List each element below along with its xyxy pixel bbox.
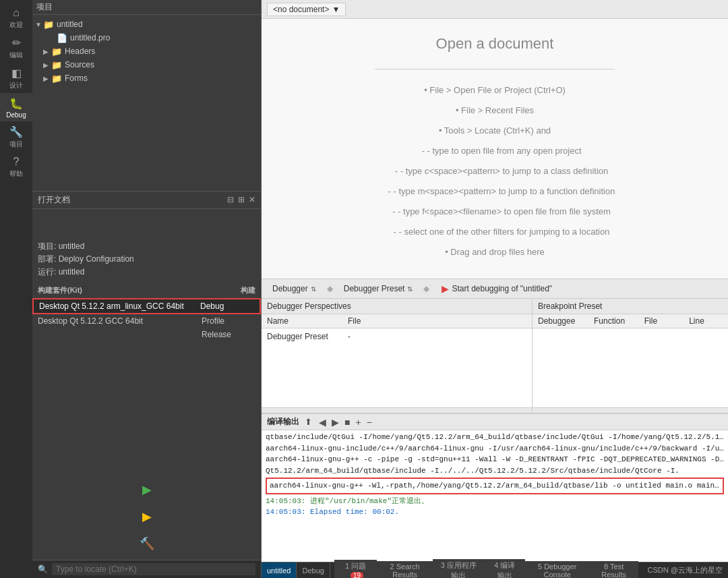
- kit-row-arm[interactable]: Desktop Qt 5.12.2 arm_linux_GCC 64bit De…: [32, 298, 261, 314]
- sidebar-item-debug[interactable]: 🐛 Debug: [0, 93, 32, 121]
- open-docs-label: 打开文档: [38, 194, 70, 206]
- tab-search-label: 2 Search Results: [390, 562, 420, 579]
- hint-3d: - type f<space><filename> to open file f…: [375, 202, 615, 222]
- sidebar-label-help: 帮助: [9, 169, 23, 179]
- tree-content: ▼ 📁 untitled ▷ 📄 untitled.pro ▶ 📁 Header…: [32, 15, 261, 191]
- tree-label-untitled-pro: untitled.pro: [70, 33, 110, 42]
- search-input[interactable]: [52, 563, 255, 575]
- toolbar-separator-2: ◆: [423, 284, 429, 293]
- breakpoint-preset-header: Breakpoint Preset: [533, 299, 728, 314]
- run-info-line: 运行: untitled: [38, 266, 255, 279]
- tab-app-output[interactable]: 3 应用程序输出: [433, 559, 485, 579]
- tree-item-headers[interactable]: ▶ 📁 Headers: [32, 45, 261, 58]
- folder-icon: 📁: [43, 19, 54, 30]
- sidebar-item-design[interactable]: ◧ 设计: [0, 63, 32, 93]
- left-tab-untitled-label: untitled: [267, 567, 291, 575]
- kit-rows: Desktop Qt 5.12.2 arm_linux_GCC 64bit De…: [32, 298, 261, 473]
- kit-row-gcc[interactable]: Desktop Qt 5.12.2 GCC 64bit Profile: [32, 314, 261, 328]
- tree-item-sources[interactable]: ▶ 📁 Sources: [32, 58, 261, 71]
- debugger-label: Debugger: [272, 284, 308, 293]
- tree-item-forms[interactable]: ▶ 📁 Forms: [32, 71, 261, 85]
- sidebar-item-welcome[interactable]: ⌂ 欢迎: [0, 3, 32, 32]
- right-panel-scrollbar[interactable]: [533, 407, 728, 413]
- search-bar: 🔍: [32, 560, 261, 578]
- compile-minus-btn[interactable]: −: [365, 417, 373, 428]
- sidebar-label-edit: 编辑: [9, 51, 23, 60]
- tab-issues-label: 1 问题: [345, 562, 366, 570]
- col-header-name: Name: [267, 316, 348, 326]
- debugger-sort-icon: ⇅: [311, 285, 316, 293]
- tab-debugger-console[interactable]: 5 Debugger Console: [525, 561, 590, 579]
- tree-item-untitled-folder[interactable]: ▼ 📁 untitled: [32, 18, 261, 31]
- tree-label-forms: Forms: [65, 74, 88, 83]
- sidebar-item-help[interactable]: ? 帮助: [0, 152, 32, 181]
- deploy-info-line: 部署: Deploy Configuration: [38, 253, 255, 266]
- kit-build-debug: Debug: [200, 301, 254, 311]
- start-debug-label: Start debugging of "untitled": [452, 284, 552, 293]
- left-panel-scrollbar[interactable]: [262, 407, 532, 413]
- tab-test-results[interactable]: 8 Test Results: [590, 561, 638, 579]
- no-document-label: <no document>: [273, 5, 329, 14]
- compile-line-4: Qt5.12.2/arm_64_build/qtbase/include -I.…: [266, 465, 724, 477]
- tab-test-label: 8 Test Results: [601, 562, 626, 579]
- hint-3b: - type c<space><pattern> to jump to a cl…: [375, 161, 615, 181]
- debugger-dropdown-btn[interactable]: Debugger ⇅: [267, 283, 322, 295]
- tree-item-untitled-pro[interactable]: ▷ 📄 untitled.pro: [32, 31, 261, 45]
- compile-output[interactable]: qtbase/include/QtGui -I/home/yang/Qt5.12…: [262, 430, 728, 562]
- compile-output-title: 编译输出: [267, 416, 299, 428]
- compile-next-btn[interactable]: ▶: [330, 417, 340, 428]
- debugger-right-panel: Breakpoint Preset Debuggee Function File…: [533, 299, 728, 413]
- status-right-label: CSDN @云海上的星空: [642, 562, 728, 578]
- help-icon: ?: [13, 156, 20, 168]
- project-value: untitled: [59, 241, 85, 251]
- debugger-preset-row[interactable]: Debugger Preset -: [262, 330, 532, 343]
- no-document-dropdown[interactable]: <no document> ▼: [267, 3, 346, 16]
- kit-row-release[interactable]: Release: [32, 328, 261, 341]
- build-button[interactable]: 🔨: [136, 533, 158, 554]
- hint-2: File > Recent Files: [375, 100, 615, 121]
- tab-search-results[interactable]: 2 Search Results: [377, 561, 433, 579]
- bottom-bar: untitled Debug 1 问题 19 2 Search Results …: [262, 562, 728, 578]
- tab-compile-label: 4 编译输出: [494, 561, 515, 579]
- left-tab-untitled[interactable]: untitled: [262, 562, 297, 578]
- kit-build-profile: Profile: [202, 316, 255, 326]
- tab-debugger-label: 5 Debugger Console: [538, 562, 577, 579]
- tree-arrow-headers: ▶: [43, 48, 51, 55]
- left-panel: 项目 ▼ 📁 untitled ▷ 📄 untitled.pro ▶ 📁 Hea…: [32, 0, 262, 578]
- left-tab-debug-label: Debug: [302, 567, 324, 575]
- sidebar-item-project[interactable]: 🔧 项目: [0, 121, 32, 152]
- compile-add-btn[interactable]: +: [354, 417, 362, 428]
- compile-line-2: aarch64-linux-gnu-include/c++/9/aarch64-…: [266, 443, 724, 455]
- main-area: <no document> ▼ Open a document File > O…: [262, 0, 728, 578]
- open-doc-title: Open a document: [375, 35, 615, 53]
- debugger-preset-dropdown[interactable]: Debugger Preset ⇅: [338, 283, 419, 295]
- project-tree: 项目 ▼ 📁 untitled ▷ 📄 untitled.pro ▶ 📁 Hea…: [32, 0, 261, 191]
- compile-section: 编译输出 ⬆ ◀ ▶ ■ + − qtbase/include/QtGui -I…: [262, 413, 728, 562]
- sidebar-item-edit[interactable]: ✏ 编辑: [0, 32, 32, 63]
- hint-3a: - type to open file from any open projec…: [375, 141, 615, 161]
- run-button[interactable]: ▶: [136, 479, 158, 500]
- edit-icon: ✏: [12, 36, 21, 49]
- tab-issues[interactable]: 1 问题 19: [334, 560, 377, 578]
- split-horiz-icon[interactable]: ⊞: [238, 195, 245, 204]
- tab-compile-output[interactable]: 4 编译输出: [485, 559, 525, 579]
- compile-line-1: qtbase/include/QtGui -I/home/yang/Qt5.12…: [266, 432, 724, 443]
- tab-app-output-label: 3 应用程序输出: [441, 561, 477, 579]
- start-debug-button[interactable]: ▶ Start debugging of "untitled": [435, 282, 559, 295]
- col-header-file: File: [348, 316, 526, 326]
- sidebar-icons: ⌂ 欢迎 ✏ 编辑 ◧ 设计 🐛 Debug 🔧 项目 ? 帮助: [0, 0, 32, 578]
- close-docs-icon[interactable]: ✕: [249, 195, 255, 204]
- filter-icon[interactable]: ⊟: [227, 195, 234, 204]
- project-tree-header: 项目: [32, 0, 261, 15]
- status-tabs-container: 1 问题 19 2 Search Results 3 应用程序输出 4 编译输出…: [330, 562, 642, 578]
- run-debug-button[interactable]: ▶: [136, 506, 158, 527]
- col-header-function: Function: [594, 316, 644, 326]
- hint-1: File > Open File or Project (Ctrl+O): [375, 80, 615, 100]
- compile-prev-btn[interactable]: ◀: [317, 417, 328, 428]
- toolbar-separator-1: ◆: [327, 284, 333, 293]
- compile-stop-btn[interactable]: ■: [343, 417, 351, 428]
- tab-issues-badge: 19: [351, 572, 363, 578]
- left-tab-debug[interactable]: Debug: [297, 562, 330, 578]
- deploy-value: Deploy Configuration: [59, 254, 134, 264]
- kit-name-gcc: Desktop Qt 5.12.2 GCC 64bit: [38, 316, 202, 326]
